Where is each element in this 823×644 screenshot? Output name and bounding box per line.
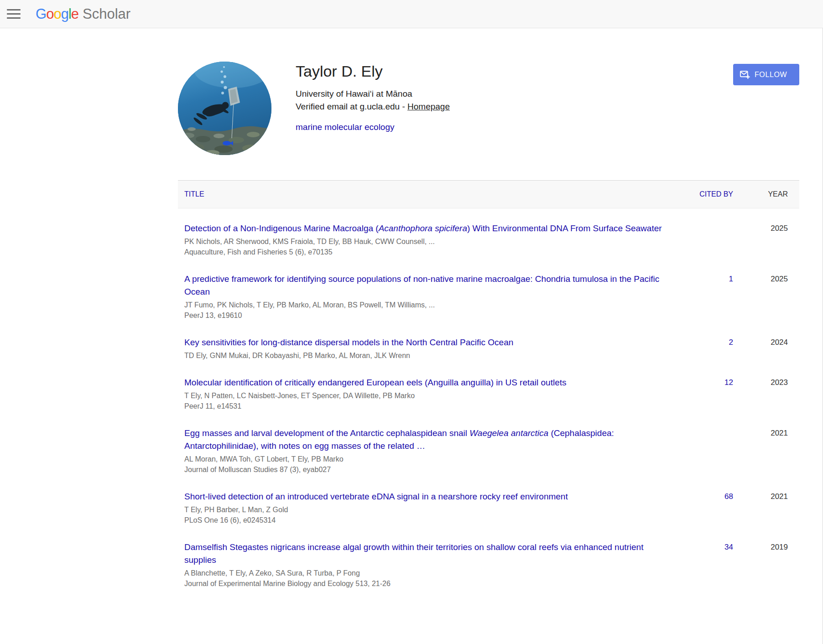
email-plus-icon — [740, 69, 750, 80]
publications-list: Detection of a Non-Indigenous Marine Mac… — [178, 208, 799, 589]
cited-by-count[interactable]: 1 — [729, 275, 733, 283]
publication-venue: Journal of Molluscan Studies 87 (3), eya… — [184, 464, 674, 475]
publication-title-link[interactable]: A predictive framework for identifying s… — [184, 273, 674, 298]
publication-title-link[interactable]: Key sensitivities for long-distance disp… — [184, 336, 674, 349]
cited-by-count[interactable]: 68 — [724, 492, 733, 501]
publication-year: 2024 — [733, 336, 799, 361]
profile-photo — [178, 62, 271, 155]
publication-year: 2025 — [733, 222, 799, 257]
scholar-logo-text: Scholar — [83, 6, 130, 22]
publication-authors: A Blanchette, T Ely, A Zeko, SA Sura, R … — [184, 568, 674, 578]
homepage-link[interactable]: Homepage — [407, 102, 450, 111]
hamburger-menu-icon[interactable] — [7, 4, 27, 24]
publication-year: 2023 — [733, 376, 799, 411]
profile-name: Taylor D. Ely — [296, 62, 450, 80]
follow-button[interactable]: FOLLOW — [733, 64, 799, 85]
publication-authors: TD Ely, GNM Mukai, DR Kobayashi, PB Mark… — [184, 350, 674, 361]
publication-title-link[interactable]: Egg masses and larval development of the… — [184, 427, 674, 452]
publication-title-link[interactable]: Damselfish Stegastes nigricans increase … — [184, 541, 674, 566]
google-logo: Google — [36, 6, 78, 22]
underwater-diver-photo — [178, 62, 271, 155]
publications-table-header: TITLE CITED BY YEAR — [178, 180, 799, 208]
publication-authors: JT Fumo, PK Nichols, T Ely, PB Marko, AL… — [184, 300, 674, 310]
publication-title-link[interactable]: Molecular identification of critically e… — [184, 376, 674, 389]
publication-row: Damselfish Stegastes nigricans increase … — [178, 541, 799, 589]
cited-by-count[interactable]: 2 — [729, 338, 733, 347]
sort-by-citations-header[interactable]: CITED BY — [699, 190, 733, 198]
follow-button-label: FOLLOW — [755, 71, 787, 79]
interest-link[interactable]: marine molecular ecology — [296, 122, 395, 132]
sort-by-year-header[interactable]: YEAR — [733, 190, 799, 198]
publication-year: 2021 — [733, 490, 799, 525]
sort-by-title-header[interactable]: TITLE — [184, 190, 204, 198]
publication-authors: T Ely, PH Barber, L Man, Z Gold — [184, 504, 674, 515]
verified-email-text: Verified email at g.ucla.edu - — [296, 102, 407, 111]
publication-year: 2021 — [733, 427, 799, 475]
publication-row: Short-lived detection of an introduced v… — [178, 490, 799, 525]
publication-year: 2025 — [733, 273, 799, 321]
publication-title-link[interactable]: Detection of a Non-Indigenous Marine Mac… — [184, 222, 674, 235]
profile-verified-email: Verified email at g.ucla.edu - Homepage — [296, 100, 450, 113]
profile-section: Taylor D. Ely University of Hawaiʻi at M… — [178, 62, 799, 155]
publication-row: A predictive framework for identifying s… — [178, 273, 799, 321]
publication-venue: Aquaculture, Fish and Fisheries 5 (6), e… — [184, 247, 674, 257]
publication-authors: AL Moran, MWA Toh, GT Lobert, T Ely, PB … — [184, 454, 674, 464]
publication-authors: T Ely, N Patten, LC Naisbett-Jones, ET S… — [184, 390, 674, 401]
publication-authors: PK Nichols, AR Sherwood, KMS Fraiola, TD… — [184, 236, 674, 247]
cited-by-count[interactable]: 34 — [724, 543, 733, 551]
publication-venue: Journal of Experimental Marine Biology a… — [184, 578, 674, 589]
publication-year: 2019 — [733, 541, 799, 589]
profile-affiliation: University of Hawaiʻi at Mānoa — [296, 88, 450, 100]
publication-venue: PeerJ 11, e14531 — [184, 401, 674, 411]
publication-row: Detection of a Non-Indigenous Marine Mac… — [178, 222, 799, 257]
publication-venue: PeerJ 13, e19610 — [184, 310, 674, 321]
top-bar: Google Scholar — [0, 0, 823, 28]
google-scholar-logo[interactable]: Google Scholar — [36, 6, 130, 22]
publication-row: Egg masses and larval development of the… — [178, 427, 799, 475]
publication-row: Molecular identification of critically e… — [178, 376, 799, 411]
cited-by-count[interactable]: 12 — [724, 378, 733, 387]
publication-row: Key sensitivities for long-distance disp… — [178, 336, 799, 361]
publication-venue: PLoS One 16 (6), e0245314 — [184, 515, 674, 525]
publication-title-link[interactable]: Short-lived detection of an introduced v… — [184, 490, 674, 503]
